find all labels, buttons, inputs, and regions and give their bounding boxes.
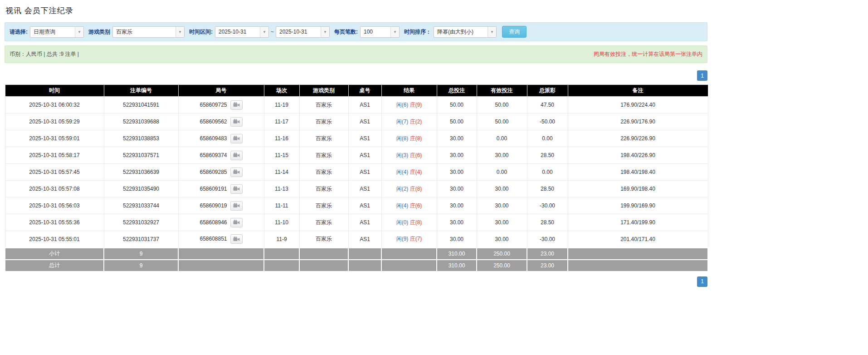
cell-payout: 0.00	[527, 164, 568, 181]
round-id-text: 658609191	[200, 185, 227, 192]
cell-total-bet[interactable]: 50.00	[437, 113, 477, 130]
header-bet-id: 注单编号	[104, 85, 178, 97]
cell-round-id: 658609191	[178, 181, 264, 197]
cell-table-no: AS1	[348, 97, 381, 113]
cell-game-type: 百家乐	[299, 214, 348, 231]
page-size-input[interactable]	[361, 27, 390, 37]
video-replay-button[interactable]	[230, 218, 243, 227]
search-button[interactable]: 查询	[502, 26, 527, 38]
cell-total-bet[interactable]: 30.00	[437, 130, 477, 147]
cell-round-id: 658608946	[178, 214, 264, 231]
header-result: 结果	[381, 85, 437, 97]
cell-result: 闲(8) 庄(8)	[381, 130, 437, 147]
cell-valid-bet: 30.00	[477, 181, 527, 197]
result-player: 闲(9)	[396, 236, 409, 242]
cell-bet-id: 522931037571	[104, 147, 178, 164]
cell-total-bet[interactable]: 30.00	[437, 214, 477, 231]
result-banker: 庄(6)	[410, 202, 422, 209]
cell-round-id: 658609374	[178, 147, 264, 164]
header-remark: 备注	[568, 85, 708, 97]
cell-time: 2025-10-31 06:00:32	[5, 97, 104, 113]
video-replay-button[interactable]	[230, 134, 243, 143]
cell-total-bet[interactable]: 30.00	[437, 197, 477, 214]
date-to-input[interactable]	[276, 27, 321, 37]
video-replay-button[interactable]	[230, 234, 243, 244]
cell-round-id: 658609019	[178, 197, 264, 214]
page-1-button[interactable]: 1	[697, 70, 707, 81]
game-type-input[interactable]	[113, 27, 176, 37]
header-table-no: 桌号	[348, 85, 381, 97]
cell-round-id: 658609725	[178, 97, 264, 113]
cell-valid-bet: 50.00	[477, 97, 527, 113]
result-player: 闲(2)	[396, 186, 409, 192]
cell-result: 闲(4) 庄(4)	[381, 164, 437, 181]
video-replay-button[interactable]	[230, 184, 243, 194]
result-player: 闲(0)	[396, 219, 409, 226]
cell-payout: 0.00	[527, 130, 568, 147]
cell-time: 2025-10-31 05:58:17	[5, 147, 104, 164]
cell-result: 闲(6) 庄(9)	[381, 97, 437, 113]
result-banker: 庄(2)	[410, 118, 422, 125]
result-banker: 庄(8)	[410, 186, 422, 192]
cell-payout: 28.50	[527, 147, 568, 164]
cell-total-bet[interactable]: 30.00	[437, 164, 477, 181]
cell-round-id: 658608851	[178, 231, 264, 248]
cell-total-bet[interactable]: 30.00	[437, 181, 477, 197]
round-id-text: 658609725	[200, 101, 227, 108]
date-range-separator: ~	[271, 29, 274, 35]
chevron-down-icon[interactable]: ▾	[75, 27, 83, 37]
date-from-input[interactable]	[215, 27, 260, 37]
chevron-down-icon[interactable]: ▾	[176, 27, 184, 37]
result-banker: 庄(4)	[410, 169, 422, 175]
cell-session: 11-9	[264, 231, 299, 248]
chevron-down-icon[interactable]: ▾	[321, 27, 329, 37]
sort-input[interactable]	[434, 27, 488, 37]
cell-valid-bet: 30.00	[477, 197, 527, 214]
cell-bet-id: 522931035490	[104, 181, 178, 197]
round-id-text: 658608851	[200, 236, 227, 242]
cell-remark: 226.90/176.90	[568, 113, 708, 130]
result-banker: 庄(7)	[410, 236, 422, 242]
chevron-down-icon[interactable]: ▾	[488, 27, 496, 37]
cell-total-bet[interactable]: 50.00	[437, 97, 477, 113]
cell-round-id: 658609285	[178, 164, 264, 181]
subtotal-row: 小计 9 310.00 250.00 23.00	[5, 248, 708, 260]
video-replay-button[interactable]	[230, 201, 243, 211]
cell-table-no: AS1	[348, 147, 381, 164]
cell-time: 2025-10-31 05:55:01	[5, 231, 104, 248]
cell-table-no: AS1	[348, 197, 381, 214]
video-replay-button[interactable]	[230, 151, 243, 160]
cell-round-id: 658609483	[178, 130, 264, 147]
cell-bet-id: 522931041591	[104, 97, 178, 113]
video-replay-button[interactable]	[230, 117, 243, 127]
sort-combo: ▾	[434, 26, 497, 38]
cell-payout: -30.00	[527, 197, 568, 214]
chevron-down-icon[interactable]: ▾	[260, 27, 268, 37]
cell-result: 闲(7) 庄(2)	[381, 113, 437, 130]
cell-game-type: 百家乐	[299, 130, 348, 147]
game-type-label: 游戏类别	[88, 28, 110, 36]
result-player: 闲(7)	[396, 118, 409, 125]
subtotal-count: 9	[104, 248, 178, 260]
round-id-text: 658609483	[200, 135, 227, 141]
pagination-top: 1	[5, 70, 707, 81]
cell-remark: 201.40/171.40	[568, 231, 708, 248]
round-id-text: 658609019	[200, 202, 227, 208]
chevron-down-icon[interactable]: ▾	[390, 27, 399, 37]
cell-time: 2025-10-31 05:57:08	[5, 181, 104, 197]
game-type-combo: ▾	[112, 26, 185, 38]
cell-game-type: 百家乐	[299, 147, 348, 164]
query-type-input[interactable]	[30, 27, 75, 37]
cell-time: 2025-10-31 05:59:29	[5, 113, 104, 130]
table-row: 2025-10-31 05:57:45 522931036639 6586092…	[5, 164, 708, 181]
page-1-button[interactable]: 1	[697, 276, 707, 287]
video-replay-button[interactable]	[230, 168, 243, 177]
cell-total-bet[interactable]: 30.00	[437, 231, 477, 248]
table-row: 2025-10-31 05:55:36 522931032927 6586089…	[5, 214, 708, 231]
round-id-text: 658609374	[200, 152, 227, 158]
cell-total-bet[interactable]: 30.00	[437, 147, 477, 164]
video-replay-button[interactable]	[230, 100, 243, 110]
round-id-text: 658609285	[200, 168, 227, 175]
table-row: 2025-10-31 05:55:01 522931031737 6586088…	[5, 231, 708, 248]
total-total-bet: 310.00	[437, 260, 477, 271]
